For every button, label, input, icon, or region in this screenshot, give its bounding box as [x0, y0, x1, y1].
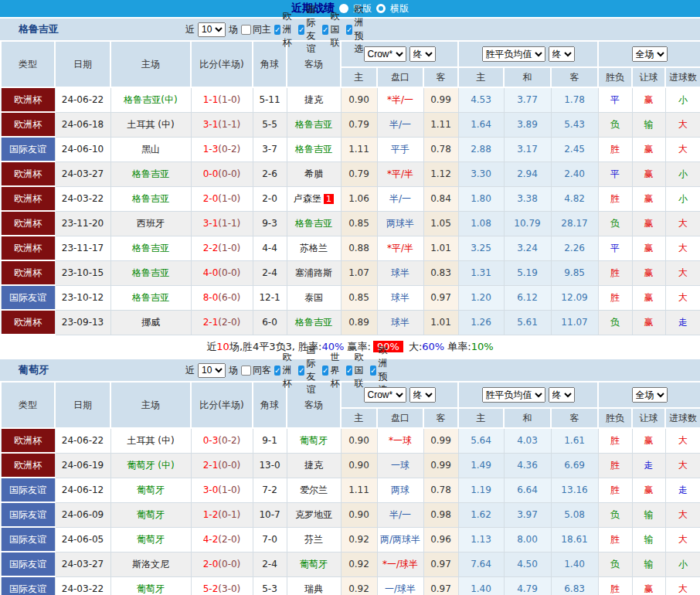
- handicap-cell: 一球: [377, 453, 423, 478]
- competition-filter[interactable]: ✓欧洲杯: [274, 10, 295, 49]
- halftime-score: (0-0): [218, 168, 240, 179]
- match-row: 欧洲杯23-10-15格鲁吉亚4-0(0-0)2-4塞浦路斯1.07球半0.83…: [1, 260, 700, 285]
- goals-result-cell: 大: [665, 502, 700, 527]
- same-venue-filter[interactable]: 同客: [241, 364, 271, 377]
- score-cell: 2-1(2-0): [191, 310, 253, 335]
- goals-result-cell: 走: [665, 310, 700, 335]
- goals-result-cell: 小: [665, 87, 700, 112]
- competition-filter-label: 欧国联: [330, 10, 343, 49]
- fulltime-score: 1-3: [203, 144, 219, 155]
- match-row: 欧洲杯24-03-27格鲁吉亚0-0(0-0)2-6希腊0.79*平/半1.12…: [1, 162, 700, 186]
- competition-filter[interactable]: ✓国际友谊: [298, 344, 319, 396]
- final-mean-select[interactable]: 终: [549, 46, 575, 62]
- mean-draw-odds: 4.36: [504, 453, 551, 478]
- checkbox-icon[interactable]: [241, 25, 251, 35]
- competition-filter[interactable]: ✓世界杯: [322, 351, 343, 390]
- crown-away-odds: 0.97: [423, 285, 458, 310]
- halftime-score: (0-0): [218, 460, 240, 471]
- scope-select[interactable]: 全场: [632, 46, 668, 62]
- home-team-cell: 格鲁吉亚(中): [110, 87, 191, 112]
- crown-away-odds: 1.12: [423, 162, 458, 186]
- crown-away-odds: 0.99: [423, 87, 458, 112]
- checkbox-icon[interactable]: ✓: [346, 366, 352, 376]
- fulltime-score: 2-0: [203, 559, 219, 570]
- crown-away-odds: 0.99: [423, 428, 458, 453]
- fulltime-score: 2-1: [203, 317, 219, 328]
- goals-result-cell: 小: [665, 552, 700, 576]
- match-type-cell: 欧洲杯: [1, 260, 55, 285]
- mean-draw-odds: 8.00: [504, 527, 551, 552]
- handicap-result-cell: 赢: [632, 211, 665, 236]
- sub-mean-away: 客: [551, 67, 598, 87]
- checkbox-icon[interactable]: [241, 366, 251, 376]
- checkbox-icon[interactable]: ✓: [322, 25, 328, 35]
- corner-cell: 2-6: [253, 162, 287, 186]
- competition-filter[interactable]: ✓欧国联: [346, 351, 367, 390]
- match-row: 国际友谊24-06-12葡萄牙3-0(1-0)7-2爱尔兰1.11两球0.781…: [1, 478, 700, 502]
- odds-company-select[interactable]: Crow*: [364, 387, 406, 403]
- score-cell: 0-0(0-0): [191, 162, 253, 186]
- match-date-cell: 24-06-22: [55, 428, 110, 453]
- mean-away-odds: 1.61: [551, 428, 598, 453]
- mean-odds-select[interactable]: 胜平负均值: [482, 387, 545, 403]
- competition-filter[interactable]: ✓欧国联: [322, 10, 343, 49]
- checkbox-icon[interactable]: ✓: [274, 366, 280, 376]
- competition-filter[interactable]: ✓欧洲杯: [274, 351, 295, 390]
- mean-away-odds: 13.16: [551, 478, 598, 502]
- away-team-cell: 希腊: [287, 162, 341, 186]
- mean-draw-odds: 3.89: [504, 112, 551, 137]
- mean-home-odds: 1.49: [458, 453, 504, 478]
- games-count-select[interactable]: 10: [198, 22, 226, 37]
- handicap-cell: *平/半: [377, 162, 423, 186]
- scope-select[interactable]: 全场: [632, 387, 668, 403]
- checkbox-icon[interactable]: ✓: [322, 366, 328, 376]
- match-date-cell: 23-10-12: [55, 285, 110, 310]
- goals-result-cell: 大: [665, 453, 700, 478]
- checkbox-icon[interactable]: ✓: [298, 366, 304, 376]
- checkbox-icon[interactable]: ✓: [298, 25, 304, 35]
- match-date-cell: 23-09-13: [55, 310, 110, 335]
- goals-result-cell: 大: [665, 428, 700, 453]
- final-odds-select[interactable]: 终: [409, 387, 436, 403]
- mean-away-odds: 5.43: [551, 112, 598, 137]
- final-mean-select[interactable]: 终: [549, 387, 575, 403]
- match-type-cell: 欧洲杯: [1, 87, 55, 112]
- final-odds-select[interactable]: 终: [409, 46, 436, 62]
- home-team-cell: 格鲁吉亚: [110, 285, 191, 310]
- halftime-score: (0-0): [218, 267, 240, 278]
- col-type: 类型: [1, 382, 55, 428]
- home-team-cell: 葡萄牙: [110, 502, 191, 527]
- crown-home-odds: 0.92: [341, 527, 377, 552]
- checkbox-icon[interactable]: ✓: [274, 25, 280, 35]
- corner-cell: 2-4: [253, 260, 287, 285]
- wdl-result-cell: 平: [598, 162, 632, 186]
- competition-filter-label: 国际友谊: [306, 3, 319, 56]
- mean-home-odds: 1.19: [458, 478, 504, 502]
- mean-draw-odds: 10.79: [504, 211, 551, 236]
- games-count-select[interactable]: 10: [198, 363, 226, 378]
- red-card-badge: 1: [324, 194, 334, 204]
- home-team-cell: 葡萄牙: [110, 527, 191, 552]
- same-venue-filter[interactable]: 同主: [241, 23, 271, 36]
- mean-draw-odds: 5.19: [504, 260, 551, 285]
- fulltime-score: 1-1: [203, 94, 219, 105]
- sub-handicap: 盘口: [377, 67, 423, 87]
- corner-cell: 9-1: [253, 428, 287, 453]
- matches-table: 类型 日期 主场 比分(半场) 角球 客场 Crow*终 胜平负均值终 全场 主…: [0, 40, 700, 335]
- crown-away-odds: 0.98: [423, 502, 458, 527]
- handicap-result-cell: 赢: [632, 285, 665, 310]
- checkbox-icon[interactable]: ✓: [346, 25, 352, 35]
- competition-filter[interactable]: ✓国际友谊: [298, 3, 319, 56]
- mean-draw-odds: 3.77: [504, 87, 551, 112]
- match-type-cell: 国际友谊: [1, 527, 55, 552]
- fulltime-score: 4-0: [203, 267, 219, 278]
- home-team-cell: 葡萄牙: [110, 478, 191, 502]
- corner-cell: 2-0: [253, 186, 287, 211]
- odds-company-select[interactable]: Crow*: [364, 46, 406, 62]
- match-row: 欧洲杯23-11-17格鲁吉亚2-2(1-0)4-4苏格兰0.88*平/半1.0…: [1, 236, 700, 260]
- mean-odds-select[interactable]: 胜平负均值: [482, 46, 545, 62]
- checkbox-icon[interactable]: ✓: [370, 366, 376, 376]
- match-type-cell: 欧洲杯: [1, 186, 55, 211]
- handicap-result-cell: 赢: [632, 186, 665, 211]
- handicap-result-cell: 走: [632, 453, 665, 478]
